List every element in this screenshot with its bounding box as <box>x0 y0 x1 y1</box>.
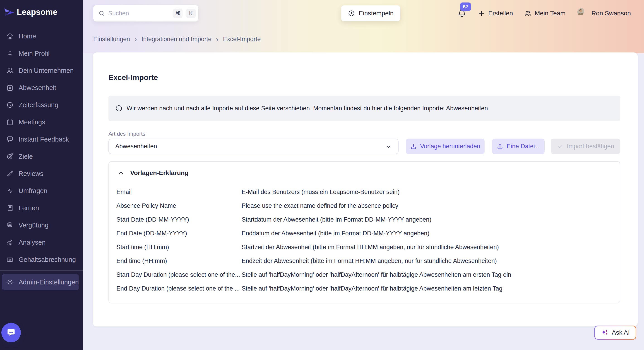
sidebar-item-verg-tung[interactable]: Vergütung <box>0 217 83 234</box>
chart-icon <box>6 239 14 246</box>
field-name: Absence Policy Name <box>116 202 242 209</box>
user-name: Ron Swanson <box>592 10 631 17</box>
field-description: Stelle auf 'halfDayMorning' oder 'halfDa… <box>242 285 620 292</box>
leapsome-bird-icon <box>4 7 14 18</box>
sidebar-item-home[interactable]: Home <box>0 27 83 45</box>
notifications-button[interactable]: 67 <box>458 9 466 18</box>
target-icon <box>6 153 14 160</box>
leapsome-logo[interactable]: Leapsome <box>4 7 58 18</box>
sidebar-item-ziele[interactable]: Ziele <box>0 148 83 165</box>
sidebar-item-zeiterfassung[interactable]: Zeiterfassung <box>0 96 83 114</box>
plus-icon <box>478 10 485 17</box>
breadcrumb-integrationen[interactable]: Integrationen und Importe <box>142 36 212 43</box>
sidebar-item-label: Ziele <box>18 153 33 160</box>
sidebar-item-label: Analysen <box>18 239 46 246</box>
sidebar-nav: HomeMein ProfilDein UnternehmenAbwesenhe… <box>0 27 83 268</box>
chat-bubble-icon <box>6 328 16 338</box>
table-row: Start Date (DD-MM-YYYY)Startdatum der Ab… <box>109 213 620 226</box>
create-button[interactable]: Erstellen <box>478 10 513 17</box>
sidebar-item-label: Mein Profil <box>18 50 50 57</box>
table-row: End time (HH:mm)Endzeit der Abwesenheit … <box>109 254 620 268</box>
book-icon <box>6 204 14 212</box>
support-chat-button[interactable] <box>1 323 21 342</box>
field-description: Please use the exact name defined for th… <box>242 202 620 209</box>
excel-import-card: Excel-Importe Wir werden nach und nach a… <box>93 52 638 327</box>
template-panel-header: Vorlagen-Erklärung <box>118 169 189 176</box>
avatar-image <box>577 8 584 15</box>
sparkles-icon <box>601 329 609 337</box>
field-name: End Day Duration (please select one of t… <box>116 285 242 292</box>
calendar-icon <box>6 119 14 126</box>
sidebar-item-reviews[interactable]: Reviews <box>0 165 83 182</box>
collapse-panel-button[interactable] <box>118 170 124 176</box>
download-template-button[interactable]: Vorlage herunterladen <box>406 139 484 154</box>
sidebar-item-instant-feedback[interactable]: Instant Feedback <box>0 131 83 148</box>
sidebar-item-label: Instant Feedback <box>18 136 69 143</box>
sidebar-item-label: Admin-Einstellungen <box>18 279 79 286</box>
sidebar-item-gehaltsabrechnung[interactable]: Gehaltsabrechnung <box>0 251 83 268</box>
sidebar: Leapsome HomeMein ProfilDein Unternehmen… <box>0 0 83 350</box>
pencil-icon <box>6 170 14 177</box>
breadcrumb-current: Excel-Importe <box>223 36 261 43</box>
template-explanation-panel: Vorlagen-Erklärung EmailE-Mail des Benut… <box>108 161 620 303</box>
chevron-right-icon: › <box>134 36 137 42</box>
sidebar-item-admin-einstellungen[interactable]: Admin-Einstellungen <box>2 274 79 290</box>
sidebar-item-label: Umfragen <box>18 187 47 195</box>
field-name: End Date (DD-MM-YYYY) <box>116 230 242 237</box>
sidebar-item-umfragen[interactable]: Umfragen <box>0 182 83 199</box>
upload-file-button[interactable]: Eine Datei... <box>492 139 544 154</box>
confirm-import-button[interactable]: Import bestätigen <box>551 139 620 154</box>
upload-icon <box>496 143 504 150</box>
info-icon <box>115 105 122 112</box>
import-type-select[interactable]: Abwesenheiten <box>108 139 398 154</box>
user-menu[interactable]: Ron Swanson <box>577 8 631 19</box>
field-description: Startdatum der Abwesenheit (bitte im For… <box>242 216 620 223</box>
confirm-import-label: Import bestätigen <box>567 143 614 150</box>
field-name: Start time (HH:mm) <box>116 244 242 251</box>
notification-badge: 67 <box>460 2 471 11</box>
sidebar-item-meetings[interactable]: Meetings <box>0 114 83 131</box>
field-description: E-Mail des Benutzers (muss ein Leapsome-… <box>242 188 620 195</box>
sidebar-item-dein-unternehmen[interactable]: Dein Unternehmen <box>0 62 83 79</box>
sidebar-divider <box>0 270 83 271</box>
template-field-table: EmailE-Mail des Benutzers (muss ein Leap… <box>109 185 620 296</box>
clock-in-button[interactable]: Einstempeln <box>341 5 400 21</box>
clock-icon <box>348 10 355 17</box>
chevron-down-icon <box>386 143 392 150</box>
table-row: End Day Duration (please select one of t… <box>109 282 620 296</box>
home-icon <box>6 32 14 40</box>
clock-icon <box>6 101 14 109</box>
sidebar-item-lernen[interactable]: Lernen <box>0 199 83 217</box>
sidebar-item-label: Home <box>18 32 36 40</box>
clock-in-label: Einstempeln <box>359 10 394 17</box>
my-team-button[interactable]: Mein Team <box>524 10 566 17</box>
template-panel-title: Vorlagen-Erklärung <box>130 169 189 176</box>
ask-ai-button[interactable]: Ask AI <box>594 326 636 340</box>
import-controls: Abwesenheiten Vorlage herunterladen Eine… <box>108 139 620 154</box>
sidebar-item-label: Reviews <box>18 170 44 177</box>
chevron-right-icon: › <box>216 36 218 42</box>
breadcrumb: Einstellungen › Integrationen und Import… <box>93 36 261 43</box>
field-description: Stelle auf 'halfDayMorning' oder 'halfDa… <box>242 271 620 278</box>
create-label: Erstellen <box>488 10 513 17</box>
ask-ai-label: Ask AI <box>612 329 630 336</box>
main-area: ⌘ K Einstempeln 67 Erstellen <box>83 0 644 350</box>
table-row: Start Day Duration (please select one of… <box>109 268 620 282</box>
table-row: Start time (HH:mm)Startzeit der Abwesenh… <box>109 240 620 254</box>
info-banner: Wir werden nach und nach alle Importe au… <box>108 96 620 121</box>
table-row: EmailE-Mail des Benutzers (muss ein Leap… <box>109 185 620 199</box>
upload-file-label: Eine Datei... <box>506 143 540 150</box>
sidebar-item-abwesenheit[interactable]: Abwesenheit <box>0 79 83 96</box>
sidebar-item-label: Lernen <box>18 204 39 212</box>
field-name: Email <box>116 188 242 195</box>
breadcrumb-einstellungen[interactable]: Einstellungen <box>93 36 130 43</box>
sidebar-item-mein-profil[interactable]: Mein Profil <box>0 45 83 62</box>
chevron-up-icon <box>118 170 124 176</box>
my-team-label: Mein Team <box>535 10 566 17</box>
sidebar-item-label: Abwesenheit <box>18 84 56 92</box>
search-icon <box>98 10 105 17</box>
sidebar-item-analysen[interactable]: Analysen <box>0 234 83 251</box>
field-name: Start Day Duration (please select one of… <box>116 271 242 278</box>
search-input[interactable] <box>108 10 170 17</box>
check-icon <box>557 143 564 150</box>
